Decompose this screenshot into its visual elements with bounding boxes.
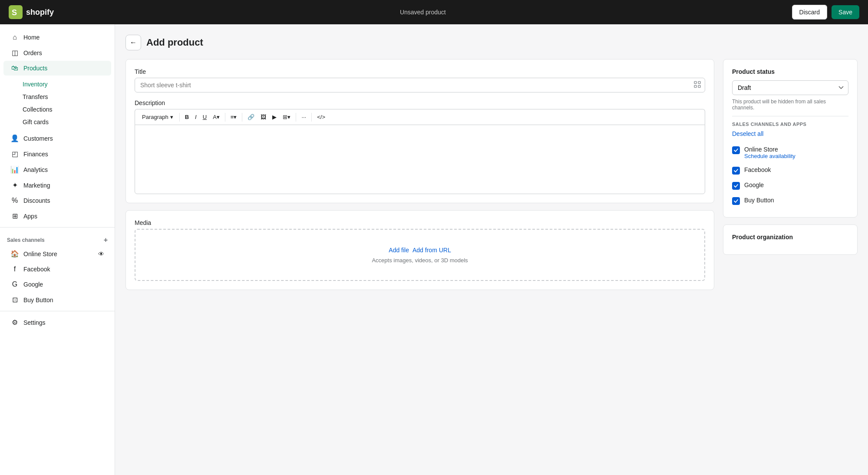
deselect-all-button[interactable]: Deselect all (732, 130, 763, 137)
buy-button-icon: ⊡ (10, 296, 19, 304)
paragraph-dropdown-icon: ▾ (170, 114, 173, 120)
main-content: ← Add product Title (115, 24, 868, 475)
media-label: Media (135, 219, 705, 226)
svg-rect-4 (694, 86, 696, 88)
apps-icon: ⊞ (10, 212, 19, 220)
sidebar-item-discounts[interactable]: % Discounts (3, 193, 111, 208)
toolbar-divider-1 (179, 113, 180, 122)
fullscreen-icon[interactable] (694, 81, 701, 89)
sidebar: ⌂ Home ◫ Orders 🛍 Products Inventory Tra… (0, 24, 115, 475)
sidebar-item-customers[interactable]: 👤 Customers (3, 131, 111, 146)
page-title: Add product (146, 37, 203, 48)
underline-label: U (203, 114, 207, 120)
bold-button[interactable]: B (182, 112, 191, 122)
product-organization-card: Product organization (723, 224, 858, 255)
link-button[interactable]: 🔗 (245, 112, 257, 122)
add-channel-icon[interactable]: + (104, 236, 108, 244)
align-dropdown-icon: ▾ (234, 114, 237, 120)
sidebar-item-finances-label: Finances (23, 151, 48, 158)
channel-google: Google (732, 178, 848, 193)
code-button[interactable]: </> (314, 112, 328, 122)
sidebar-item-home[interactable]: ⌂ Home (3, 30, 111, 45)
sidebar-item-orders[interactable]: ◫ Orders (3, 45, 111, 60)
sidebar-item-orders-label: Orders (23, 49, 42, 56)
facebook-channel-info: Facebook (744, 166, 848, 173)
sidebar-item-products-label: Products (23, 65, 47, 72)
sales-channels-apps-label: SALES CHANNELS AND APPS (732, 122, 848, 127)
sidebar-sub-transfers[interactable]: Transfers (19, 91, 115, 103)
title-input[interactable] (135, 78, 705, 92)
sidebar-item-finances[interactable]: ◰ Finances (3, 146, 111, 162)
google-channel-name: Google (744, 181, 848, 188)
page-header: ← Add product (125, 35, 858, 50)
sidebar-item-online-store[interactable]: 🏠 Online Store 👁 (3, 246, 111, 261)
buy-button-checkbox[interactable] (732, 197, 740, 205)
back-button[interactable]: ← (125, 35, 141, 50)
sidebar-sub-inventory[interactable]: Inventory (19, 78, 115, 90)
product-status-select[interactable]: Draft Active (732, 80, 848, 95)
media-links: Add file Add from URL (389, 247, 451, 254)
sidebar-item-home-label: Home (23, 34, 40, 41)
sidebar-item-settings-label: Settings (23, 319, 46, 326)
save-button[interactable]: Save (832, 5, 859, 19)
color-dropdown-icon: ▾ (217, 114, 220, 120)
sidebar-sub-gift-cards[interactable]: Gift cards (19, 116, 115, 128)
sidebar-item-facebook[interactable]: f Facebook (3, 262, 111, 277)
sidebar-item-apps[interactable]: ⊞ Apps (3, 208, 111, 224)
discounts-icon: % (10, 197, 19, 205)
sidebar-sub-collections[interactable]: Collections (19, 103, 115, 115)
add-from-url-button[interactable]: Add from URL (413, 247, 451, 254)
channel-buy-button: Buy Button (732, 193, 848, 208)
marketing-icon: ✦ (10, 181, 19, 189)
media-hint: Accepts images, videos, or 3D models (372, 257, 468, 264)
sidebar-item-google-label: Google (23, 281, 43, 288)
sidebar-item-marketing[interactable]: ✦ Marketing (3, 178, 111, 193)
product-status-card: Product status Draft Active This product… (723, 59, 858, 218)
add-file-button[interactable]: Add file (389, 247, 409, 254)
sidebar-item-online-store-label: Online Store (23, 251, 57, 257)
toolbar-divider-3 (242, 113, 242, 122)
align-button[interactable]: ≡ ▾ (228, 112, 240, 122)
settings-icon: ⚙ (10, 318, 19, 327)
logo-text: shopify (26, 8, 54, 17)
unsaved-product-label: Unsaved product (400, 9, 446, 16)
video-button[interactable]: ▶ (270, 112, 279, 122)
eye-icon: 👁 (98, 251, 104, 257)
sidebar-item-products[interactable]: 🛍 Products (3, 61, 111, 76)
title-input-wrapper (135, 78, 705, 92)
svg-rect-5 (698, 86, 700, 88)
google-icon: G (10, 280, 19, 288)
products-icon: 🛍 (10, 64, 19, 72)
table-dropdown-icon: ▾ (287, 114, 290, 120)
sidebar-item-facebook-label: Facebook (23, 266, 50, 273)
sidebar-divider-2 (0, 311, 115, 311)
media-dropzone[interactable]: Add file Add from URL Accepts images, vi… (135, 229, 705, 281)
online-store-info: Online Store Schedule availability (744, 146, 848, 159)
more-button[interactable]: ··· (299, 112, 309, 122)
title-description-card: Title Description (125, 59, 714, 203)
toolbar-divider-5 (311, 113, 312, 122)
toolbar-divider-4 (296, 113, 296, 122)
sidebar-item-analytics[interactable]: 📊 Analytics (3, 162, 111, 177)
online-store-checkbox[interactable] (732, 146, 740, 154)
table-button[interactable]: ⊞ ▾ (280, 112, 293, 122)
facebook-checkbox[interactable] (732, 167, 740, 175)
italic-button[interactable]: I (192, 112, 199, 122)
facebook-icon: f (10, 265, 19, 273)
media-card: Media Add file Add from URL Accepts imag… (125, 210, 714, 290)
sidebar-item-buy-button[interactable]: ⊡ Buy Button (3, 292, 111, 307)
schedule-availability-link[interactable]: Schedule availability (744, 153, 848, 159)
google-checkbox[interactable] (732, 182, 740, 190)
sidebar-item-settings[interactable]: ⚙ Settings (3, 315, 111, 330)
products-submenu: Inventory Transfers Collections Gift car… (0, 76, 115, 130)
discard-button[interactable]: Discard (792, 5, 827, 20)
toolbar-divider-2 (225, 113, 225, 122)
underline-button[interactable]: U (200, 112, 209, 122)
paragraph-select[interactable]: Paragraph ▾ (139, 112, 177, 122)
sidebar-item-google[interactable]: G Google (3, 277, 111, 292)
description-editor[interactable] (135, 125, 705, 194)
sidebar-item-apps-label: Apps (23, 213, 37, 220)
layout: ⌂ Home ◫ Orders 🛍 Products Inventory Tra… (0, 24, 868, 475)
text-color-button[interactable]: A ▾ (210, 112, 222, 122)
image-button[interactable]: 🖼 (258, 112, 269, 122)
